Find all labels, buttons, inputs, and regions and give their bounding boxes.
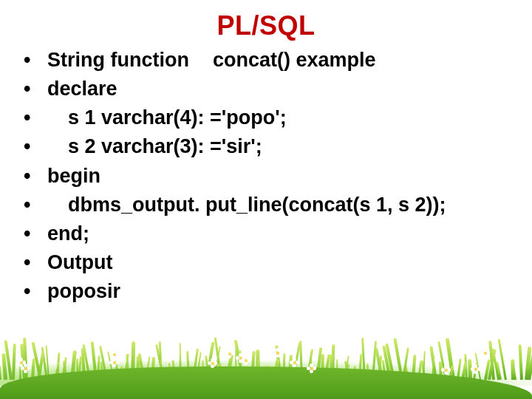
grass-blade [217,363,221,381]
grass-blade [393,338,403,381]
grass-blade [20,344,27,380]
grass-blade [404,364,409,380]
grass-blade [37,351,44,380]
grass-blade [375,348,383,381]
grass-blade [131,341,135,380]
bullet-text: Output [47,251,112,273]
bullet-text: s 1 varchar(4): ='popo'; [68,106,287,129]
grass-blade [192,348,199,380]
grass-blade [273,359,279,380]
grass-blade [250,351,255,380]
grass-blade [263,366,267,380]
grass-blade [321,354,324,380]
grass-blade [366,364,369,380]
slide-title: PL/SQL [0,10,532,41]
grass-blade [145,356,151,380]
grass-blade [12,344,16,380]
grass-blade [269,366,275,381]
bullet-text: poposir [47,280,120,302]
grass-blade [299,341,303,380]
grass-blade [137,353,146,380]
grass-blade [114,360,120,380]
grass-blade [293,363,297,380]
grass-blade [214,346,221,380]
grass-blade [306,349,314,381]
grass-blade [78,356,82,380]
grass-blade [378,355,383,380]
grass-blade [316,347,323,380]
list-item: s 2 varchar(3): ='sir'; [44,132,532,161]
grass-blade [457,358,462,380]
grass-blade [336,359,338,380]
bullet-text: declare [47,78,117,100]
list-item: String functionconcat() example [44,46,532,75]
flower-icon [482,349,489,357]
bullet-text: concat() example [213,49,376,71]
list-item: Output [44,248,532,277]
grass-blade [136,356,140,380]
flower-icon [443,366,450,374]
grass-blade [420,360,426,380]
bullet-text: s 2 varchar(3): ='sir'; [68,135,262,157]
grass-blade [46,345,50,380]
grass-blade [156,344,166,380]
grass-blade [202,360,204,380]
grass-blade [429,346,437,381]
grass-blade [171,360,176,380]
grass-blade [361,338,365,380]
grass-blade [123,354,129,381]
grass-blade [324,354,330,380]
flower-icon [237,355,245,362]
grass-blade [417,361,422,380]
grass-blade [432,355,435,380]
grass-blade [205,342,214,381]
grass-blade [214,337,222,380]
grass-blade [265,366,270,380]
grass-blade [511,359,514,381]
grass-blade [496,361,502,380]
grass-blade [372,341,377,380]
grass-blade [234,340,245,381]
grass-blade [205,355,211,380]
bullet-text: String function [47,49,189,71]
grass-blade [492,349,499,381]
grass-blade [118,366,123,380]
bullet-list: String functionconcat() example declare … [0,46,532,306]
grass-blade [358,354,362,380]
grass-blade [511,360,516,380]
grass-blade [41,347,48,380]
grass-blade [63,361,67,381]
grass-blade [76,358,78,380]
grass-blade [235,343,237,380]
grass-blade [159,341,163,380]
grass-blade [468,359,472,380]
grass-blade [19,364,21,380]
flower-icon [22,365,30,372]
grass-blade [344,361,351,380]
grass-blade [83,344,91,381]
grass-blade [331,344,335,380]
grass-blade [61,357,67,380]
list-item: dbms_output. put_line(concat(s 1, s 2)); [44,191,532,219]
grass-blade [449,365,454,380]
grass-blade [31,358,35,380]
flower-icon [291,359,299,366]
slide: PL/SQL String functionconcat() example d… [0,10,532,399]
grass-blade [99,346,108,380]
grass-blade [484,359,491,380]
flower-icon [472,366,480,373]
grass-blade [330,354,333,380]
grass-blade [54,362,59,380]
grass-blade [81,348,85,381]
grass-blade [151,357,156,380]
grass-blade [282,353,285,380]
grass-blade [1,353,7,380]
grass-blade [275,345,282,380]
list-item: begin [44,162,532,191]
flower-icon [242,357,250,364]
grass-blade [196,352,202,380]
grass-blade [4,340,13,380]
grass-blade [70,350,77,380]
grass-blade [439,361,443,380]
grass-blade [423,351,426,380]
